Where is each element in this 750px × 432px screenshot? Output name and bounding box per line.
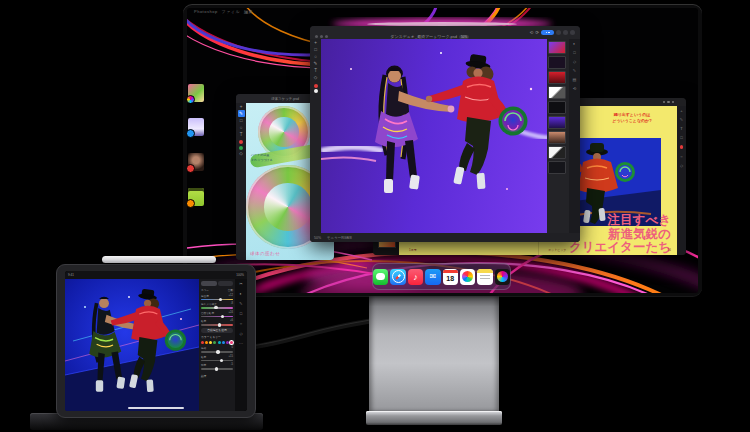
effects-label: 効果 bbox=[201, 374, 233, 378]
color-swatch[interactable] bbox=[213, 341, 216, 344]
panel-toggle-icon[interactable] bbox=[570, 30, 575, 35]
fill-color-swatch[interactable] bbox=[680, 145, 684, 149]
zoom-level[interactable]: 50% bbox=[314, 236, 321, 240]
move-tool-icon[interactable]: + bbox=[314, 39, 317, 46]
menu-app-name[interactable]: Photoshop bbox=[194, 9, 218, 14]
foreground-color-swatch[interactable] bbox=[239, 140, 243, 144]
dock-calendar-icon[interactable]: 18 bbox=[443, 269, 458, 285]
shape-tool-icon[interactable]: ◇ bbox=[314, 74, 317, 81]
panel-section-label: カラー bbox=[201, 288, 209, 292]
frame-tool-icon[interactable]: □ bbox=[680, 133, 682, 142]
desktop-file-art[interactable] bbox=[188, 84, 204, 102]
window-control-icon[interactable] bbox=[663, 101, 666, 104]
dancer-right bbox=[426, 54, 528, 189]
brushes-panel-icon[interactable]: ✎ bbox=[573, 66, 576, 75]
foreground-color-swatch[interactable] bbox=[314, 84, 318, 88]
hand-tool-icon[interactable]: ○ bbox=[680, 152, 682, 161]
properties-panel-icon[interactable]: □ bbox=[573, 48, 575, 57]
move-tool-icon[interactable]: + bbox=[240, 103, 243, 110]
color-swatch[interactable] bbox=[226, 341, 229, 344]
dock-creative-app-icon[interactable] bbox=[495, 269, 510, 285]
slider-vibrance[interactable]: 自然な彩度+24 bbox=[201, 311, 233, 318]
shape-tool-icon[interactable]: ◇ bbox=[239, 329, 242, 339]
desktop-file-portrait[interactable] bbox=[188, 153, 204, 171]
desktop-file-flyer[interactable] bbox=[188, 188, 204, 206]
adjust-tool-icon[interactable]: ◐ bbox=[240, 289, 242, 299]
color-swatch[interactable] bbox=[218, 341, 221, 344]
dock-mail-icon[interactable]: ✉ bbox=[425, 269, 440, 285]
more-tool-icon[interactable]: ⋯ bbox=[239, 339, 243, 349]
layer-thumbnail[interactable] bbox=[548, 146, 566, 159]
slider-luminance[interactable]: 輝度-5 bbox=[201, 363, 233, 370]
color-swatch[interactable] bbox=[222, 341, 225, 344]
adjustments-panel-icon[interactable]: ◇ bbox=[573, 57, 576, 66]
zoom-tool-icon[interactable]: ◇ bbox=[680, 161, 683, 170]
layer-thumbnail[interactable] bbox=[548, 71, 566, 84]
layer-thumbnail[interactable] bbox=[548, 41, 566, 54]
help-icon[interactable] bbox=[563, 30, 568, 35]
lasso-tool-icon[interactable]: ○ bbox=[240, 124, 243, 131]
dock-messages-icon[interactable] bbox=[373, 269, 388, 285]
layer-thumbnail[interactable] bbox=[548, 131, 566, 144]
panel-segmented-control[interactable] bbox=[201, 281, 233, 286]
home-indicator[interactable] bbox=[128, 407, 184, 409]
color-swatch[interactable] bbox=[205, 341, 208, 344]
type-tool-icon[interactable]: T bbox=[314, 67, 317, 74]
color-swatch-selected[interactable] bbox=[230, 341, 233, 344]
auto-enhance-button[interactable]: 自動補正を適用 bbox=[201, 328, 233, 333]
background-color-swatch[interactable] bbox=[314, 89, 318, 93]
zoom-tool-icon[interactable]: ◇ bbox=[239, 150, 242, 157]
color-swatch[interactable] bbox=[201, 341, 204, 344]
menu-file[interactable]: ファイル bbox=[222, 9, 240, 14]
layer-thumbnail[interactable] bbox=[548, 86, 566, 99]
selection-tool-icon[interactable]: + bbox=[680, 106, 682, 115]
photoshop-main-window: ダンスデュオ_最終アートワーク.psd50% ⟲ ⟳ + □ ○ bbox=[310, 26, 580, 242]
crop-tool-icon[interactable]: ✂ bbox=[239, 279, 242, 289]
settings-icon[interactable] bbox=[556, 30, 561, 35]
canvas-footer-text: 球体の惑わせ bbox=[250, 251, 280, 256]
auto-label[interactable]: 自動 bbox=[228, 288, 233, 292]
color-swatch[interactable] bbox=[209, 341, 212, 344]
layer-thumbnail[interactable] bbox=[548, 56, 566, 69]
pen-tool-icon[interactable]: ✎ bbox=[680, 115, 683, 124]
lasso-tool-icon[interactable]: ○ bbox=[314, 53, 317, 60]
canvas-caption: ハートの惑星 まわりつづける bbox=[251, 153, 273, 162]
marquee-tool-icon[interactable]: □ bbox=[240, 117, 243, 124]
share-button[interactable] bbox=[541, 30, 554, 35]
brush-tool-icon[interactable]: ✎ bbox=[314, 60, 318, 67]
marquee-tool-icon[interactable]: □ bbox=[314, 46, 317, 53]
brush-tool-icon[interactable]: ✎ bbox=[239, 299, 242, 309]
undo-icon[interactable]: ⟲ bbox=[529, 30, 533, 35]
slider-tint[interactable]: 色かぶり補正-8 bbox=[201, 302, 233, 309]
history-panel-icon[interactable]: ⟲ bbox=[573, 84, 576, 93]
layers-panel bbox=[547, 39, 569, 233]
slider-mix-saturation[interactable]: 彩度+15 bbox=[201, 355, 233, 362]
slider-temperature[interactable]: 色温度+12 bbox=[201, 294, 233, 301]
dock-music-icon[interactable]: ♪ bbox=[408, 269, 423, 285]
slider-hue[interactable]: 色相0 bbox=[201, 346, 233, 353]
window-control-icon[interactable] bbox=[667, 101, 670, 104]
status-bar: 50% モニターRGB/8 bbox=[310, 233, 580, 242]
layer-thumbnail[interactable] bbox=[548, 101, 566, 114]
menu-edit[interactable]: 編集 bbox=[244, 9, 253, 14]
ipad-clock: 9:41 bbox=[68, 273, 74, 277]
ipad-pro: 9:41 100% bbox=[56, 264, 256, 418]
desktop-file-magazine[interactable] bbox=[188, 118, 204, 136]
panel-icon-strip: ◐ □ ◇ ✎ ▤ ⟲ bbox=[569, 39, 580, 242]
dock-notes-icon[interactable] bbox=[477, 269, 492, 285]
color-panel-icon[interactable]: ◐ bbox=[573, 39, 575, 48]
window-control-icon[interactable] bbox=[672, 101, 675, 104]
redo-icon[interactable]: ⟳ bbox=[535, 30, 539, 35]
heal-tool-icon[interactable]: ○ bbox=[240, 319, 242, 329]
dock-photos-icon[interactable] bbox=[460, 269, 475, 285]
layer-thumbnail[interactable] bbox=[548, 161, 566, 174]
brush-tool-icon[interactable]: ✎ bbox=[238, 110, 245, 117]
type-tool-icon[interactable]: T bbox=[680, 124, 682, 133]
layers-panel-icon[interactable]: ▤ bbox=[573, 75, 577, 84]
dock-safari-icon[interactable] bbox=[390, 269, 405, 285]
slider-saturation[interactable]: 彩度+6 bbox=[201, 319, 233, 326]
frame-tool-icon[interactable]: □ bbox=[240, 309, 242, 319]
layer-thumbnail[interactable] bbox=[548, 116, 566, 129]
type-tool-icon[interactable]: T bbox=[240, 131, 243, 138]
display-screen: Photoshop ファイル 編集 球体スケッチ.psd + ✎ □ ○ bbox=[187, 8, 698, 293]
